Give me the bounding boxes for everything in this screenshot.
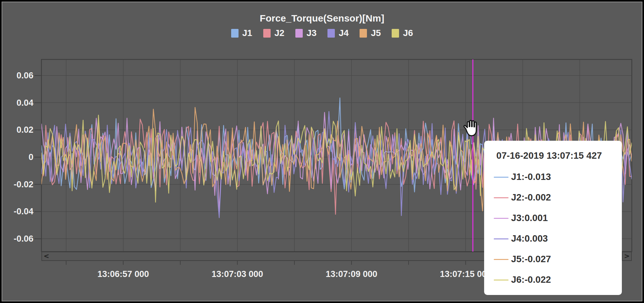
x-axis-label: 13:07:09 000 bbox=[313, 269, 390, 279]
legend-item-J6[interactable]: J6 bbox=[392, 28, 413, 38]
x-axis-label: 13:07:03 000 bbox=[199, 269, 276, 279]
legend-label: J1 bbox=[242, 28, 252, 38]
tooltip-series-line-icon bbox=[494, 218, 509, 219]
tooltip-series-line-icon bbox=[494, 197, 509, 198]
tooltip-rows: J1:-0.013J2:-0.002J3:0.001J4:0.003J5:-0.… bbox=[484, 166, 622, 290]
legend: J1J2J3J4J5J6 bbox=[0, 28, 644, 39]
tooltip-row: J3:0.001 bbox=[484, 208, 622, 228]
tooltip-timestamp: 07-16-2019 13:07:15 427 bbox=[496, 150, 602, 161]
legend-item-J3[interactable]: J3 bbox=[295, 28, 317, 38]
legend-label: J5 bbox=[371, 28, 381, 38]
tooltip-row: J1:-0.013 bbox=[484, 166, 622, 187]
tooltip-series-line-icon bbox=[494, 177, 509, 178]
scrollbar-left-arrow-icon[interactable]: < bbox=[42, 252, 51, 260]
tooltip-series-value: J4:0.003 bbox=[511, 233, 548, 244]
tooltip-series-line-icon bbox=[494, 238, 509, 239]
y-axis-label: 0.04 bbox=[3, 98, 33, 108]
tooltip-series-value: J1:-0.013 bbox=[511, 172, 551, 182]
tooltip-row: J6:-0.022 bbox=[484, 269, 622, 290]
legend-swatch-icon bbox=[263, 29, 271, 38]
legend-swatch-icon bbox=[295, 29, 303, 38]
legend-label: J6 bbox=[403, 28, 413, 38]
legend-item-J2[interactable]: J2 bbox=[263, 28, 284, 38]
tooltip-row: J2:-0.002 bbox=[484, 187, 622, 208]
legend-swatch-icon bbox=[231, 29, 239, 38]
chart-window: Force_Torque(Sensor)[Nm] J1J2J3J4J5J6 0.… bbox=[0, 0, 644, 303]
tooltip-row: J4:0.003 bbox=[484, 228, 622, 249]
legend-item-J1[interactable]: J1 bbox=[231, 28, 252, 38]
legend-item-J4[interactable]: J4 bbox=[327, 28, 349, 38]
y-axis-label: -0.06 bbox=[3, 234, 33, 244]
legend-label: J3 bbox=[307, 28, 317, 38]
tooltip-series-value: J2:-0.002 bbox=[511, 192, 551, 203]
tooltip-series-value: J5:-0.027 bbox=[511, 254, 551, 264]
chart-title: Force_Torque(Sensor)[Nm] bbox=[0, 13, 644, 24]
y-axis-label: 0.06 bbox=[3, 70, 33, 80]
y-axis-label: 0.02 bbox=[3, 125, 33, 135]
tooltip-series-value: J3:0.001 bbox=[511, 213, 548, 223]
scrollbar-right-arrow-icon[interactable]: > bbox=[622, 252, 631, 260]
hand-grab-cursor-icon bbox=[462, 118, 480, 139]
y-axis-label: 0 bbox=[3, 152, 33, 162]
tooltip-series-value: J6:-0.022 bbox=[511, 274, 551, 285]
legend-swatch-icon bbox=[392, 29, 399, 38]
legend-item-J5[interactable]: J5 bbox=[360, 28, 381, 38]
tooltip-row: J5:-0.027 bbox=[484, 249, 622, 269]
legend-swatch-icon bbox=[360, 29, 367, 38]
legend-label: J2 bbox=[274, 28, 284, 38]
x-axis-label: 13:06:57 000 bbox=[85, 269, 162, 279]
tooltip-series-line-icon bbox=[494, 259, 509, 260]
y-axis-label: -0.04 bbox=[3, 207, 33, 217]
legend-swatch-icon bbox=[327, 29, 335, 38]
tooltip-series-line-icon bbox=[494, 280, 509, 281]
data-tooltip: 07-16-2019 13:07:15 427 J1:-0.013J2:-0.0… bbox=[484, 141, 622, 295]
legend-label: J4 bbox=[339, 28, 349, 38]
y-axis-label: -0.02 bbox=[3, 179, 33, 189]
